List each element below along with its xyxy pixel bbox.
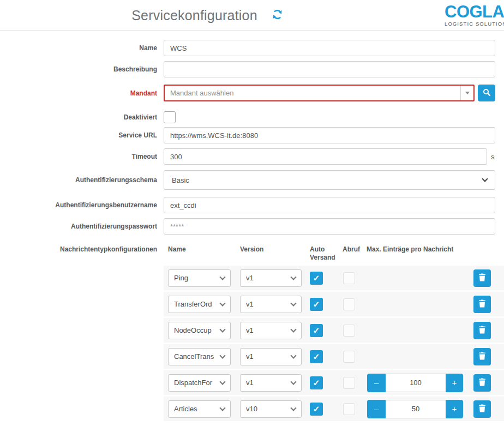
check-icon: ✓ — [313, 404, 320, 414]
coglas-logo: COGLAS LOGISTIC SOLUTIONS — [445, 4, 504, 27]
message-type-row: CancelTrans v1 ✓ — [164, 344, 504, 369]
message-name-value: CancelTrans — [174, 352, 220, 361]
mandant-search-button[interactable] — [478, 85, 495, 101]
message-version-value: v1 — [246, 274, 291, 282]
message-version-value: v1 — [246, 379, 291, 387]
coglas-logo-text: COGLAS — [445, 4, 504, 20]
auto-versand-checkbox[interactable]: ✓ — [310, 298, 323, 311]
max-entries-stepper: – + — [367, 400, 463, 418]
auth-schema-value: Basic — [172, 176, 483, 184]
table-header: Name Version Auto Versand Abruf Max. Ein… — [164, 244, 504, 266]
search-icon — [483, 88, 491, 98]
message-name-select[interactable]: Ping — [168, 269, 231, 287]
message-version-select[interactable]: v1 — [240, 348, 302, 365]
mandant-select[interactable]: Mandant auswählen — [164, 85, 475, 101]
max-entries-input[interactable] — [386, 374, 446, 392]
refresh-icon — [272, 9, 283, 22]
auth-password-label: Authentifizierungspasswort — [0, 223, 164, 230]
column-header-version: Version — [240, 245, 263, 253]
auto-versand-checkbox[interactable]: ✓ — [310, 403, 323, 416]
decrement-button[interactable]: – — [367, 374, 386, 392]
abruf-checkbox[interactable] — [343, 377, 355, 389]
auto-versand-checkbox[interactable]: ✓ — [310, 350, 323, 363]
message-name-select[interactable]: Articles — [168, 400, 231, 418]
check-icon: ✓ — [313, 378, 320, 388]
message-name-select[interactable]: TransferOrd — [168, 296, 231, 313]
mandant-placeholder: Mandant auswählen — [165, 89, 460, 97]
message-type-row: TransferOrd v1 ✓ — [164, 292, 504, 316]
deaktiviert-label: Deaktiviert — [0, 113, 164, 121]
auth-password-input[interactable] — [164, 218, 495, 235]
message-version-value: v10 — [246, 405, 291, 413]
mandant-dropdown-toggle[interactable] — [460, 86, 473, 100]
message-name-select[interactable]: CancelTrans — [168, 348, 231, 365]
page-header: Servicekonfiguration COGLAS LOGISTIC SOL… — [0, 0, 504, 31]
column-header-name: Name — [168, 245, 186, 253]
auto-versand-checkbox[interactable]: ✓ — [310, 272, 323, 285]
message-name-value: TransferOrd — [174, 300, 220, 308]
message-types-table: Name Version Auto Versand Abruf Max. Ein… — [164, 244, 504, 423]
delete-row-button[interactable] — [473, 296, 491, 313]
chevron-down-icon — [290, 300, 296, 306]
abruf-checkbox[interactable] — [343, 298, 355, 310]
abruf-checkbox[interactable] — [343, 403, 355, 415]
delete-row-button[interactable] — [473, 322, 491, 339]
message-name-value: NodeOccup — [174, 326, 220, 334]
increment-button[interactable]: + — [446, 374, 463, 392]
check-icon: ✓ — [313, 352, 320, 362]
message-name-value: DispatchFor — [174, 379, 220, 387]
delete-row-button[interactable] — [473, 374, 491, 392]
max-entries-stepper: – + — [367, 374, 463, 392]
delete-row-button[interactable] — [473, 269, 491, 287]
check-icon: ✓ — [313, 326, 320, 335]
beschreibung-label: Beschreibung — [0, 65, 164, 73]
chevron-down-icon — [219, 274, 225, 280]
decrement-button[interactable]: – — [367, 400, 386, 418]
message-version-value: v1 — [246, 326, 291, 334]
message-name-select[interactable]: DispatchFor — [168, 374, 231, 392]
abruf-checkbox[interactable] — [343, 272, 355, 284]
message-version-select[interactable]: v1 — [240, 374, 302, 392]
service-url-input[interactable] — [164, 127, 495, 143]
name-input[interactable] — [164, 40, 495, 56]
message-version-select[interactable]: v1 — [240, 269, 302, 287]
column-header-auto-versand: Auto Versand — [310, 245, 337, 262]
timeout-label: Timeout — [0, 153, 164, 160]
message-name-value: Articles — [174, 405, 220, 413]
timeout-input[interactable] — [164, 148, 487, 165]
chevron-down-icon — [219, 300, 225, 306]
message-type-row: DispatchFor v1 ✓ – + — [164, 370, 504, 395]
title-group: Servicekonfiguration — [0, 0, 415, 31]
auth-schema-select[interactable]: Basic — [164, 170, 495, 190]
message-version-select[interactable]: v1 — [240, 322, 302, 339]
message-version-select[interactable]: v10 — [240, 400, 302, 418]
column-header-max-eintraege: Max. Einträge pro Nachricht — [367, 245, 453, 253]
beschreibung-input[interactable] — [164, 61, 495, 77]
chevron-down-icon — [290, 326, 296, 332]
message-version-select[interactable]: v1 — [240, 296, 302, 313]
check-icon: ✓ — [313, 273, 320, 283]
service-config-form: Name Beschreibung Mandant Mandant auswäh… — [0, 31, 504, 423]
abruf-checkbox[interactable] — [343, 325, 355, 337]
auto-versand-checkbox[interactable]: ✓ — [310, 376, 323, 389]
delete-row-button[interactable] — [473, 348, 491, 365]
chevron-down-icon — [219, 352, 225, 358]
auth-username-label: Authentifizierungsbenutzername — [0, 201, 164, 209]
increment-button[interactable]: + — [446, 400, 463, 418]
auth-username-input[interactable] — [164, 197, 495, 213]
caret-down-icon — [465, 92, 470, 94]
deaktiviert-checkbox[interactable] — [164, 111, 176, 123]
message-name-value: Ping — [174, 274, 220, 282]
service-url-label: Service URL — [0, 131, 164, 139]
abruf-checkbox[interactable] — [343, 351, 355, 363]
max-entries-input[interactable] — [386, 400, 446, 418]
name-label: Name — [0, 44, 164, 52]
refresh-button[interactable] — [272, 9, 283, 22]
trash-icon — [478, 378, 486, 388]
trash-icon — [478, 326, 486, 335]
delete-row-button[interactable] — [473, 400, 491, 418]
auto-versand-checkbox[interactable]: ✓ — [310, 324, 323, 337]
chevron-down-icon — [290, 274, 296, 280]
message-version-value: v1 — [246, 352, 291, 361]
message-name-select[interactable]: NodeOccup — [168, 322, 231, 339]
